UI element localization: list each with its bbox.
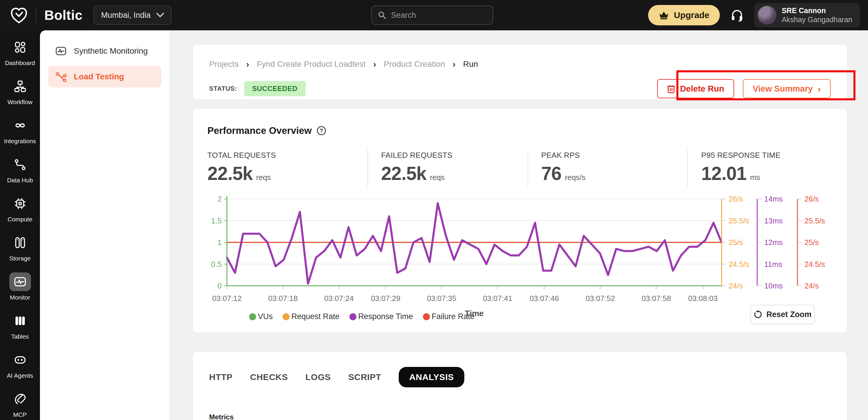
integrations-icon	[13, 119, 27, 132]
svg-text:24.5/s: 24.5/s	[728, 260, 749, 269]
svg-text:0.5: 0.5	[211, 260, 222, 269]
data-hub-icon	[14, 158, 27, 171]
svg-text:24/s: 24/s	[728, 281, 743, 290]
search-input[interactable]	[391, 11, 487, 20]
svg-text:24/s: 24/s	[804, 281, 819, 290]
svg-text:13ms: 13ms	[764, 216, 783, 225]
svg-text:0: 0	[218, 281, 222, 290]
reset-zoom-button[interactable]: Reset Zoom	[750, 305, 815, 324]
primary-sidebar: Dashboard Workflow Integrations Dat	[0, 30, 40, 420]
metric-total-requests: TOTAL REQUESTS 22.5k reqs	[207, 149, 368, 187]
analysis-card: HTTP CHECKS LOGS SCRIPT ANALYSIS Metrics	[192, 352, 847, 420]
breadcrumb-loadtest[interactable]: Fynd Create Product Loadtest	[257, 60, 366, 69]
svg-text:25/s: 25/s	[728, 238, 743, 247]
svg-text:03:07:52: 03:07:52	[585, 294, 615, 303]
status-label: STATUS:	[209, 85, 237, 92]
sidebar-item-storage[interactable]: Storage	[0, 233, 40, 262]
synthetic-monitoring-icon	[55, 45, 67, 57]
tab-logs[interactable]: LOGS	[305, 367, 331, 387]
user-subtitle: Akshay Gangadharan	[782, 15, 852, 24]
user-profile-chip[interactable]: SRE Cannon Akshay Gangadharan	[754, 3, 860, 27]
breadcrumb-projects[interactable]: Projects	[209, 60, 239, 69]
sidebar-item-tables[interactable]: Tables	[0, 311, 40, 340]
svg-text:?: ?	[320, 128, 323, 133]
svg-text:26/s: 26/s	[804, 194, 819, 203]
support-headset-icon[interactable]	[730, 8, 744, 22]
legend-response-time[interactable]: Response Time	[349, 312, 413, 321]
divider	[36, 7, 36, 23]
performance-chart[interactable]: 00.511.5224/s24.5/s25/s25.5/s26/s10ms11m…	[193, 109, 847, 333]
breadcrumb-separator: ›	[373, 59, 376, 69]
trash-icon	[667, 84, 675, 93]
performance-overview-title: Performance Overview	[207, 125, 312, 136]
run-header-card: Projects › Fynd Create Product Loadtest …	[192, 44, 847, 100]
dashboard-icon	[14, 41, 27, 54]
svg-text:1.5: 1.5	[211, 216, 222, 225]
svg-text:10ms: 10ms	[764, 281, 783, 290]
subsidebar-item-load-testing[interactable]: Load Testing	[48, 66, 161, 88]
main-content: Projects › Fynd Create Product Loadtest …	[170, 30, 868, 420]
chevron-right-icon: ›	[817, 83, 821, 94]
svg-text:03:07:46: 03:07:46	[529, 294, 559, 303]
svg-text:03:07:18: 03:07:18	[268, 294, 298, 303]
metric-p95-response-time: P95 RESPONSE TIME 12.01 ms	[687, 149, 847, 187]
svg-text:12ms: 12ms	[764, 238, 783, 247]
monitor-icon	[14, 275, 27, 288]
region-label: Mumbai, India	[101, 11, 151, 20]
legend-failure-rate[interactable]: Failure Rate	[423, 312, 474, 321]
sidebar-item-ai-agents[interactable]: AI Agents	[0, 351, 40, 379]
svg-text:03:07:41: 03:07:41	[483, 294, 512, 303]
avatar	[758, 6, 776, 25]
boltic-logo-icon[interactable]	[10, 6, 28, 24]
breadcrumb: Projects › Fynd Create Product Loadtest …	[209, 59, 831, 69]
legend-vus[interactable]: VUs	[249, 312, 273, 321]
workflow-icon	[14, 80, 27, 93]
legend-dot-request-rate	[283, 313, 290, 320]
svg-text:25.5/s: 25.5/s	[728, 216, 749, 225]
upgrade-button[interactable]: Upgrade	[648, 5, 720, 25]
user-name: SRE Cannon	[782, 6, 852, 15]
topbar: Boltic Mumbai, India Upgrade	[0, 0, 868, 30]
view-summary-button[interactable]: View Summary ›	[743, 79, 831, 98]
tab-script[interactable]: SCRIPT	[348, 367, 381, 387]
sidebar-item-mcp[interactable]: MCP	[0, 390, 40, 418]
breadcrumb-product-creation[interactable]: Product Creation	[384, 60, 445, 69]
svg-text:03:07:35: 03:07:35	[427, 294, 456, 303]
status-badge: SUCCEEDED	[244, 81, 306, 96]
tabs-row: HTTP CHECKS LOGS SCRIPT ANALYSIS	[209, 367, 831, 387]
tab-checks[interactable]: CHECKS	[250, 367, 288, 387]
sidebar-item-workflow[interactable]: Workflow	[0, 77, 40, 106]
metric-failed-requests: FAILED REQUESTS 22.5k reqs	[368, 149, 528, 187]
search-box[interactable]	[371, 5, 493, 25]
mcp-icon	[14, 393, 27, 406]
subsidebar-item-synthetic-monitoring[interactable]: Synthetic Monitoring	[48, 40, 161, 62]
legend-dot-vus	[249, 313, 256, 320]
sidebar-item-compute[interactable]: Compute	[0, 194, 40, 223]
svg-text:03:07:58: 03:07:58	[641, 294, 671, 303]
sidebar-item-dashboard[interactable]: Dashboard	[0, 38, 40, 66]
tables-icon	[14, 314, 27, 327]
storage-icon	[14, 236, 27, 249]
search-icon	[378, 10, 386, 20]
breadcrumb-separator: ›	[246, 59, 249, 69]
breadcrumb-separator: ›	[453, 59, 456, 69]
compute-icon	[14, 197, 27, 210]
reset-icon	[754, 310, 763, 319]
tab-analysis[interactable]: ANALYSIS	[399, 367, 464, 387]
svg-text:03:07:29: 03:07:29	[371, 294, 400, 303]
region-select[interactable]: Mumbai, India	[94, 5, 172, 25]
ai-agents-icon	[14, 354, 27, 366]
svg-text:14ms: 14ms	[764, 194, 783, 203]
chart-legend: VUs Request Rate Response Time Failure R…	[249, 312, 474, 321]
legend-request-rate[interactable]: Request Rate	[283, 312, 340, 321]
tab-http[interactable]: HTTP	[209, 367, 232, 387]
delete-run-button[interactable]: Delete Run	[657, 79, 734, 98]
metrics-section-heading: Metrics	[209, 413, 831, 420]
performance-overview-card: Performance Overview ? TOTAL REQUESTS 22…	[192, 109, 847, 333]
sidebar-item-monitor[interactable]: Monitor	[0, 272, 40, 301]
svg-text:26/s: 26/s	[728, 194, 743, 203]
sidebar-item-integrations[interactable]: Integrations	[0, 116, 40, 145]
sidebar-item-data-hub[interactable]: Data Hub	[0, 155, 40, 184]
crown-icon	[659, 10, 669, 20]
help-icon[interactable]: ?	[316, 126, 327, 136]
